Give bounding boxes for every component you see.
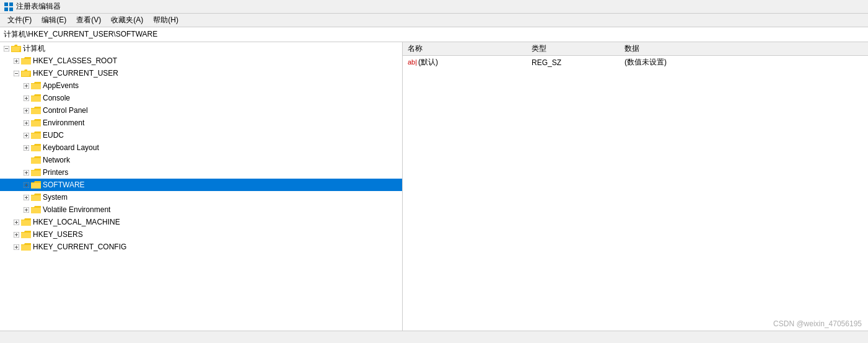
folder-icon-network — [31, 156, 41, 164]
menu-item[interactable]: 编辑(E) — [37, 14, 71, 27]
tree-panel: 计算机 HKEY_CLASSES_ROOT HKEY_CURRENT_USER … — [0, 42, 403, 331]
title-text: 注册表编辑器 — [16, 1, 61, 12]
tree-node-printers[interactable]: Printers — [0, 166, 402, 179]
svg-rect-2 — [4, 7, 8, 11]
folder-icon-hkey_current_user — [21, 69, 31, 78]
tree-node-volatile_environment[interactable]: Volatile Environment — [0, 203, 402, 216]
expand-btn-appevents[interactable] — [21, 81, 31, 91]
value-data: (数值未设置) — [620, 56, 868, 69]
node-label-eudc: EUDC — [43, 131, 64, 140]
folder-icon-hkey_classes_root — [21, 56, 31, 65]
tree-node-network[interactable]: Network — [0, 154, 402, 166]
node-label-hkey_users: HKEY_USERS — [33, 230, 83, 239]
expand-btn-environment[interactable] — [21, 118, 31, 128]
values-table: 名称 类型 数据 ab|(默认)REG_SZ(数值未设置) — [403, 42, 868, 69]
folder-icon-keyboard_layout — [31, 143, 41, 152]
menu-bar: 文件(F)编辑(E)查看(V)收藏夹(A)帮助(H) — [0, 14, 868, 27]
menu-item[interactable]: 查看(V) — [71, 14, 106, 27]
svg-rect-3 — [9, 7, 13, 11]
folder-icon-computer — [11, 44, 21, 53]
folder-icon-eudc — [31, 131, 41, 140]
app-icon — [4, 2, 14, 12]
col-header-name: 名称 — [403, 42, 527, 56]
node-label-hkey_local_machine: HKEY_LOCAL_MACHINE — [33, 218, 120, 226]
expand-btn-keyboard_layout[interactable] — [21, 143, 31, 153]
node-label-hkey_current_config: HKEY_CURRENT_CONFIG — [33, 243, 126, 251]
tree-node-appevents[interactable]: AppEvents — [0, 79, 402, 92]
node-label-control_panel: Control Panel — [43, 106, 88, 115]
expand-btn-control_panel[interactable] — [21, 105, 31, 115]
values-panel: 名称 类型 数据 ab|(默认)REG_SZ(数值未设置) — [403, 42, 868, 331]
tree-node-hkey_local_machine[interactable]: HKEY_LOCAL_MACHINE — [0, 216, 402, 228]
node-label-console: Console — [43, 94, 70, 102]
tree-node-hkey_current_user[interactable]: HKEY_CURRENT_USER — [0, 67, 402, 79]
expand-btn-hkey_classes_root[interactable] — [11, 56, 21, 66]
node-label-hkey_classes_root: HKEY_CLASSES_ROOT — [33, 56, 117, 65]
folder-icon-software — [31, 180, 41, 189]
status-bar — [0, 331, 868, 343]
address-bar: 计算机\HKEY_CURRENT_USER\SOFTWARE — [0, 27, 868, 42]
node-label-hkey_current_user: HKEY_CURRENT_USER — [33, 69, 118, 78]
expand-btn-hkey_current_config[interactable] — [11, 242, 21, 252]
main-content: 计算机 HKEY_CLASSES_ROOT HKEY_CURRENT_USER … — [0, 42, 868, 331]
node-label-printers: Printers — [43, 168, 68, 177]
folder-icon-hkey_users — [21, 230, 31, 239]
expand-btn-software[interactable] — [21, 180, 31, 190]
value-type: REG_SZ — [527, 56, 620, 69]
node-label-volatile_environment: Volatile Environment — [43, 205, 110, 214]
menu-item[interactable]: 帮助(H) — [148, 14, 183, 27]
watermark: CSDN @weixin_47056195 — [773, 319, 862, 328]
svg-rect-1 — [9, 2, 13, 6]
address-path: 计算机\HKEY_CURRENT_USER\SOFTWARE — [4, 29, 157, 40]
folder-icon-volatile_environment — [31, 205, 41, 214]
node-label-software: SOFTWARE — [43, 180, 85, 189]
expand-btn-hkey_users[interactable] — [11, 229, 21, 239]
col-header-type: 类型 — [527, 42, 620, 56]
svg-rect-0 — [4, 2, 8, 6]
expand-btn-hkey_local_machine[interactable] — [11, 217, 21, 227]
node-label-environment: Environment — [43, 118, 84, 127]
title-bar: 注册表编辑器 — [0, 0, 868, 14]
expand-btn-volatile_environment[interactable] — [21, 205, 31, 215]
tree-node-control_panel[interactable]: Control Panel — [0, 104, 402, 117]
tree-node-environment[interactable]: Environment — [0, 117, 402, 129]
menu-item[interactable]: 收藏夹(A) — [106, 14, 148, 27]
tree-node-console[interactable]: Console — [0, 92, 402, 104]
folder-icon-control_panel — [31, 106, 41, 115]
default-icon: ab| — [408, 58, 417, 66]
menu-item[interactable]: 文件(F) — [2, 14, 37, 27]
tree-node-hkey_current_config[interactable]: HKEY_CURRENT_CONFIG — [0, 241, 402, 253]
folder-icon-system — [31, 193, 41, 202]
tree-node-keyboard_layout[interactable]: Keyboard Layout — [0, 141, 402, 154]
expand-btn-system[interactable] — [21, 192, 31, 202]
node-label-system: System — [43, 193, 68, 202]
expand-btn-console[interactable] — [21, 93, 31, 103]
node-label-computer: 计算机 — [23, 43, 45, 54]
folder-icon-printers — [31, 168, 41, 177]
expand-btn-hkey_current_user[interactable] — [11, 68, 21, 78]
node-label-keyboard_layout: Keyboard Layout — [43, 143, 99, 152]
folder-icon-environment — [31, 118, 41, 127]
folder-icon-hkey_current_config — [21, 243, 31, 251]
tree-node-computer[interactable]: 计算机 — [0, 42, 402, 55]
tree-node-hkey_classes_root[interactable]: HKEY_CLASSES_ROOT — [0, 55, 402, 67]
node-label-appevents: AppEvents — [43, 81, 79, 90]
tree-node-eudc[interactable]: EUDC — [0, 129, 402, 141]
expand-btn-eudc[interactable] — [21, 130, 31, 140]
folder-icon-appevents — [31, 81, 41, 90]
value-name: ab|(默认) — [403, 56, 527, 69]
expand-btn-computer[interactable] — [1, 43, 11, 53]
tree-node-software[interactable]: SOFTWARE — [0, 179, 402, 191]
folder-icon-hkey_local_machine — [21, 218, 31, 226]
value-row[interactable]: ab|(默认)REG_SZ(数值未设置) — [403, 56, 868, 69]
default-label: (默认) — [418, 58, 438, 66]
tree-node-system[interactable]: System — [0, 191, 402, 203]
expand-btn-printers[interactable] — [21, 167, 31, 177]
node-label-network: Network — [43, 156, 70, 164]
col-header-data: 数据 — [620, 42, 868, 56]
tree-node-hkey_users[interactable]: HKEY_USERS — [0, 228, 402, 241]
folder-icon-console — [31, 94, 41, 102]
